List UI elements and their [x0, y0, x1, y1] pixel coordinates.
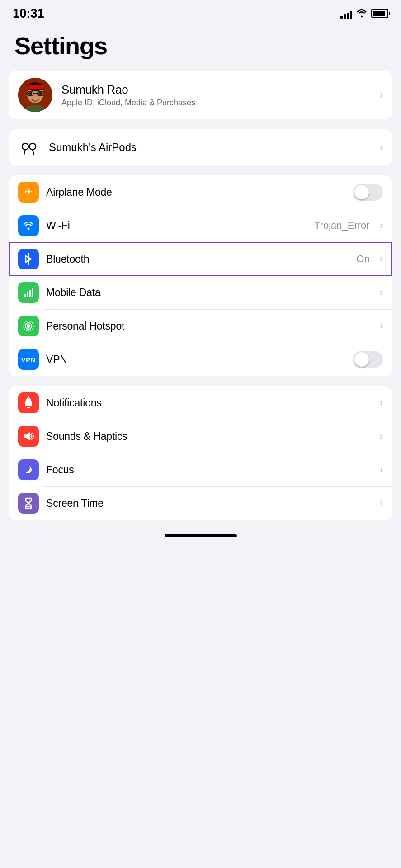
vpn-row[interactable]: VPN VPN: [9, 343, 392, 376]
svg-rect-17: [27, 292, 28, 297]
sounds-haptics-icon: [18, 426, 39, 447]
svg-point-12: [29, 143, 36, 150]
airpods-svg-icon: [19, 137, 39, 157]
focus-icon: [18, 459, 39, 480]
profile-row[interactable]: Sumukh Rao Apple ID, iCloud, Media & Pur…: [9, 71, 392, 119]
wifi-status-icon: [356, 9, 368, 19]
bluetooth-value: On: [356, 253, 369, 265]
wifi-svg-icon: [23, 221, 34, 231]
svg-point-10: [22, 143, 28, 150]
wifi-icon: [18, 215, 39, 236]
hotspot-svg-icon: [23, 320, 34, 332]
profile-chevron-icon: ›: [380, 89, 383, 101]
airplane-mode-icon: ✈: [18, 182, 39, 203]
airplane-mode-toggle[interactable]: [353, 184, 383, 201]
notifications-icon: [18, 392, 39, 413]
personal-hotspot-chevron-icon: ›: [380, 320, 383, 332]
focus-chevron-icon: ›: [380, 464, 383, 476]
bell-svg-icon: [23, 396, 34, 409]
mobile-data-label: Mobile Data: [46, 287, 373, 299]
svg-point-14: [28, 228, 30, 230]
signal-bars-icon: [340, 9, 352, 19]
vpn-icon: VPN: [18, 349, 39, 370]
notifications-chevron-icon: ›: [380, 397, 383, 409]
bluetooth-svg-icon: [24, 253, 33, 265]
signal-svg-icon: [24, 287, 33, 298]
wifi-row[interactable]: Wi-Fi Trojan_Error ›: [9, 209, 392, 242]
svg-point-20: [27, 324, 30, 328]
bluetooth-icon: [18, 249, 39, 269]
focus-row[interactable]: Focus ›: [9, 453, 392, 486]
vpn-label: VPN: [46, 354, 346, 366]
svg-rect-18: [29, 290, 31, 297]
hourglass-svg-icon: [23, 497, 34, 509]
page-title: Settings: [0, 24, 401, 71]
personal-hotspot-row[interactable]: Personal Hotspot ›: [9, 309, 392, 343]
sounds-haptics-label: Sounds & Haptics: [46, 430, 373, 443]
airpods-icon: [18, 137, 40, 158]
profile-subtitle: Apple ID, iCloud, Media & Purchases: [61, 98, 371, 108]
svg-rect-23: [27, 407, 30, 408]
bluetooth-chevron-icon: ›: [380, 253, 383, 265]
avatar: [18, 78, 52, 112]
sounds-haptics-row[interactable]: Sounds & Haptics ›: [9, 420, 392, 453]
profile-info: Sumukh Rao Apple ID, iCloud, Media & Pur…: [61, 83, 371, 108]
svg-point-7: [38, 92, 42, 95]
notifications-label: Notifications: [46, 397, 373, 409]
wifi-value: Trojan_Error: [314, 220, 370, 231]
system-settings-section: Notifications › Sounds & Haptics ›: [9, 386, 392, 520]
svg-point-6: [28, 92, 32, 95]
airpods-section: Sumukh's AirPods ›: [9, 129, 392, 165]
personal-hotspot-label: Personal Hotspot: [46, 320, 373, 332]
airpods-label: Sumukh's AirPods: [49, 141, 371, 154]
screen-time-row[interactable]: Screen Time ›: [9, 486, 392, 520]
airpods-chevron-icon: ›: [380, 142, 383, 153]
svg-line-13: [33, 150, 34, 155]
vpn-badge: VPN: [18, 354, 39, 365]
screen-time-chevron-icon: ›: [380, 497, 383, 509]
screen-time-label: Screen Time: [46, 497, 373, 509]
svg-rect-9: [27, 85, 43, 89]
airplane-mode-label: Airplane Mode: [46, 186, 346, 198]
bluetooth-label: Bluetooth: [46, 253, 349, 265]
wifi-label: Wi-Fi: [46, 220, 307, 232]
airpods-card: Sumukh's AirPods ›: [9, 129, 392, 165]
network-settings-section: ✈ Airplane Mode Wi-Fi Trojan_Error ›: [9, 175, 392, 376]
vpn-toggle[interactable]: [353, 351, 383, 368]
screen-time-icon: [18, 493, 39, 514]
mobile-data-chevron-icon: ›: [380, 287, 383, 298]
battery-icon: [371, 9, 388, 18]
airplane-mode-row[interactable]: ✈ Airplane Mode: [9, 175, 392, 209]
airpods-row[interactable]: Sumukh's AirPods ›: [9, 129, 392, 165]
mobile-data-row[interactable]: Mobile Data ›: [9, 276, 392, 309]
notifications-row[interactable]: Notifications ›: [9, 386, 392, 420]
moon-svg-icon: [23, 464, 34, 476]
home-indicator: [165, 534, 237, 537]
svg-rect-25: [24, 434, 27, 438]
svg-line-11: [24, 150, 25, 155]
sounds-haptics-chevron-icon: ›: [380, 430, 383, 442]
svg-rect-19: [32, 288, 33, 297]
speaker-svg-icon: [23, 430, 34, 442]
system-settings-group: Notifications › Sounds & Haptics ›: [9, 386, 392, 520]
bottom-spacer: [0, 530, 401, 548]
wifi-chevron-icon: ›: [380, 220, 383, 231]
personal-hotspot-icon: [18, 316, 39, 336]
mobile-data-icon: [18, 282, 39, 303]
svg-rect-16: [24, 294, 26, 297]
profile-card: Sumukh Rao Apple ID, iCloud, Media & Pur…: [9, 71, 392, 119]
status-bar: 10:31: [0, 0, 401, 24]
profile-section: Sumukh Rao Apple ID, iCloud, Media & Pur…: [9, 71, 392, 119]
status-time: 10:31: [13, 6, 44, 21]
profile-name: Sumukh Rao: [61, 83, 371, 97]
bluetooth-row[interactable]: Bluetooth On ›: [9, 242, 392, 276]
svg-point-24: [28, 396, 29, 398]
status-icons: [340, 9, 388, 19]
focus-label: Focus: [46, 464, 373, 476]
network-settings-group: ✈ Airplane Mode Wi-Fi Trojan_Error ›: [9, 175, 392, 376]
